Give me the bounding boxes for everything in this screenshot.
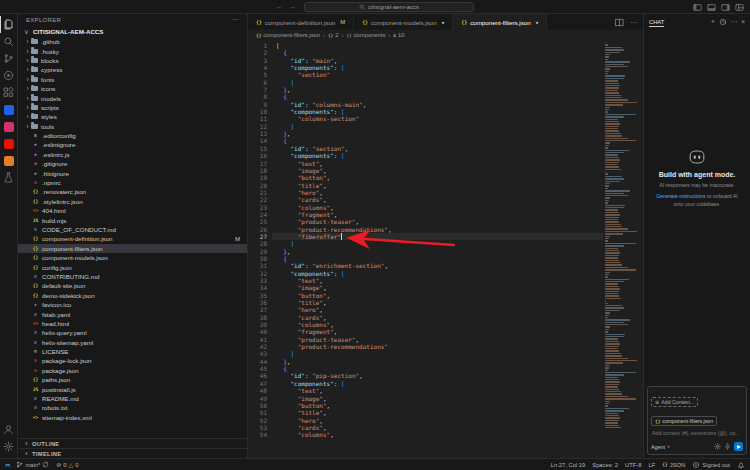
remote-indicator[interactable]: >< [5, 462, 9, 468]
code-line-39[interactable]: "columns", [272, 321, 603, 328]
code-line-18[interactable]: "image", [272, 167, 603, 174]
code-line-1[interactable]: [ [272, 42, 603, 49]
run-and-debug-icon[interactable] [0, 67, 17, 84]
code-line-32[interactable]: "components": [ [272, 270, 603, 277]
code-line-53[interactable]: "cards", [272, 424, 603, 431]
code-line-49[interactable]: "image", [272, 395, 603, 402]
file-.gitignore[interactable]: ◆.gitignore [18, 159, 247, 168]
folder-scripts[interactable]: ›scripts [18, 103, 247, 112]
file-postinstall.js[interactable]: JSpostinstall.js [18, 384, 247, 393]
problems-status[interactable]: ⊘ 0 △ 0 [56, 461, 78, 468]
search-icon[interactable] [0, 33, 17, 50]
encoding[interactable]: UTF-8 [625, 462, 641, 468]
code-line-15[interactable]: "id": "section", [272, 145, 603, 152]
file-.eslintignore[interactable]: ◆.eslintignore [18, 140, 247, 149]
folder-.husky[interactable]: ›.husky [18, 46, 247, 55]
minimap[interactable] [603, 40, 643, 458]
file-CODE_OF_CONDUCT.md[interactable]: ≡CODE_OF_CONDUCT.md [18, 225, 247, 234]
customize-layout-icon[interactable] [735, 3, 744, 12]
code-line-9[interactable]: "id": "columns-main", [272, 101, 603, 108]
code-line-47[interactable]: "components": [ [272, 380, 603, 387]
code-line-38[interactable]: "cards", [272, 314, 603, 321]
code-line-19[interactable]: "button", [272, 174, 603, 181]
file-package-lock.json[interactable]: npackage-lock.json [18, 356, 247, 365]
code-line-29[interactable]: }, [272, 248, 603, 255]
folder-.github[interactable]: ›.github [18, 37, 247, 46]
toggle-panel-icon[interactable] [707, 3, 716, 12]
explorer-icon[interactable] [0, 16, 17, 33]
code-line-6[interactable]: ] [272, 79, 603, 86]
back-icon[interactable]: ← [276, 3, 283, 10]
code-line-23[interactable]: "columns", [272, 204, 603, 211]
indentation[interactable]: Spaces: 2 [592, 462, 618, 468]
timeline-section[interactable]: › TIMELINE [18, 448, 247, 458]
code-line-21[interactable]: "hero", [272, 189, 603, 196]
folder-blocks[interactable]: ›blocks [18, 56, 247, 65]
code-line-30[interactable]: { [272, 255, 603, 262]
voice-input-icon[interactable] [724, 443, 731, 450]
toggle-primary-sidebar-icon[interactable] [693, 3, 702, 12]
file-default-site.json[interactable]: {}default-site.json [18, 281, 247, 290]
file-.hlxignore[interactable]: ◆.hlxignore [18, 168, 247, 177]
code-line-43[interactable]: ] [272, 350, 603, 357]
code-line-16[interactable]: "components": [ [272, 152, 603, 159]
code-line-34[interactable]: "image", [272, 284, 603, 291]
folder-fonts[interactable]: ›fonts [18, 75, 247, 84]
explorer-more-actions[interactable]: ⋯ [232, 16, 239, 24]
file-component-definition.json[interactable]: {}component-definition.jsonM [18, 234, 247, 243]
code-line-14[interactable]: { [272, 137, 603, 144]
code-line-33[interactable]: "text", [272, 277, 603, 284]
file-helix-query.yaml[interactable]: ≡helix-query.yaml [18, 328, 247, 337]
language-mode[interactable]: {}JSON [662, 462, 685, 468]
code-line-10[interactable]: "components": [ [272, 108, 603, 115]
code-line-51[interactable]: "title", [272, 409, 603, 416]
code-line-31[interactable]: "id": "enrichment-section", [272, 262, 603, 269]
outline-section[interactable]: › OUTLINE [18, 438, 247, 448]
add-context-button[interactable]: ⊕Add Context... [651, 397, 698, 407]
file-sitemap-index.xml[interactable]: <>sitemap-index.xml [18, 413, 247, 422]
folder-tools[interactable]: ›tools [18, 122, 247, 131]
code-line-46[interactable]: "id": "pip-section", [272, 372, 603, 379]
folder-cypress[interactable]: ›cypress [18, 65, 247, 74]
generate-instructions-link[interactable]: Generate instructions [656, 193, 705, 199]
send-button[interactable] [734, 442, 743, 451]
more-icon[interactable]: ⋯ [731, 18, 738, 26]
gitlens-extension-icon[interactable] [0, 118, 17, 135]
command-center-search[interactable]: citisignal-aem-accs [304, 2, 474, 12]
code-line-8[interactable]: { [272, 93, 603, 100]
file-head.html[interactable]: <>head.html [18, 319, 247, 328]
source-control-icon[interactable] [0, 50, 17, 67]
testing-icon[interactable] [0, 169, 17, 186]
code-line-25[interactable]: "product-teaser", [272, 218, 603, 225]
code-line-52[interactable]: "hero", [272, 417, 603, 424]
file-README.md[interactable]: ≡README.md [18, 394, 247, 403]
file-config.json[interactable]: {}config.json [18, 262, 247, 271]
extensions-icon[interactable] [0, 84, 17, 101]
adobe-aem-extension-icon[interactable] [0, 135, 17, 152]
account-icon[interactable] [0, 421, 17, 438]
chat-input-placeholder[interactable]: Add context (#), extensions (@), co... [651, 428, 743, 442]
code-line-50[interactable]: "button", [272, 402, 603, 409]
notifications-bell[interactable] [737, 461, 745, 469]
code-line-37[interactable]: "hero", [272, 306, 603, 313]
file-package.json[interactable]: npackage.json [18, 366, 247, 375]
file-helix-sitemap.yaml[interactable]: ≡helix-sitemap.yaml [18, 338, 247, 347]
file-CONTRIBUTING.md[interactable]: ≡CONTRIBUTING.md [18, 272, 247, 281]
code-line-13[interactable]: }, [272, 130, 603, 137]
docker-extension-icon[interactable] [0, 101, 17, 118]
breadcrumb-item[interactable]: ≡10 [393, 32, 404, 38]
file-.renovaterc.json[interactable]: {}.renovaterc.json [18, 187, 247, 196]
chat-settings-icon[interactable] [714, 443, 721, 450]
history-icon[interactable] [719, 18, 727, 26]
tab-component-definition.json[interactable]: {}component-definition.jsonM [248, 14, 354, 30]
breadcrumb-item[interactable]: []components [346, 32, 385, 38]
folder-styles[interactable]: ›styles [18, 112, 247, 121]
code-line-36[interactable]: "title", [272, 299, 603, 306]
tab-component-models.json[interactable]: {}component-models.json● [354, 14, 453, 30]
unsaved-dot-icon[interactable]: ● [536, 20, 539, 25]
code-line-24[interactable]: "fragment", [272, 211, 603, 218]
new-chat-icon[interactable]: + [711, 18, 715, 25]
file-LICENSE[interactable]: ©LICENSE [18, 347, 247, 356]
file-.npmrc[interactable]: n.npmrc [18, 178, 247, 187]
file-paths.json[interactable]: {}paths.json [18, 375, 247, 384]
